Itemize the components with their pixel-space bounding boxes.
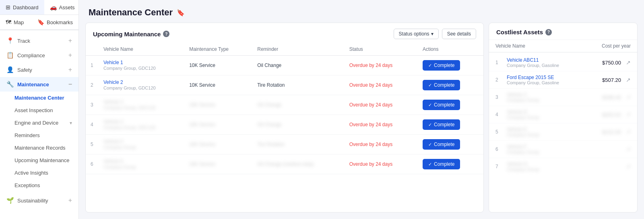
sidebar-item-label: Track <box>17 38 30 44</box>
asset-info: Vehicle G Company Group <box>507 161 588 172</box>
check-icon: ✓ <box>428 63 432 68</box>
maintenance-type-cell: 10K Service <box>184 154 252 174</box>
asset-name[interactable]: Vehicle F <box>507 144 588 150</box>
asset-cost: $507.20 <box>593 77 621 83</box>
asset-arrow-icon[interactable]: ↗ <box>626 77 631 83</box>
asset-cost: $308.40 <box>593 94 621 100</box>
dashboard-label: Dashboard <box>13 4 39 10</box>
bookmarks-button[interactable]: 🔖 Bookmarks <box>32 15 78 30</box>
complete-button[interactable]: ✓ Complete <box>423 159 460 169</box>
list-item: 5 Vehicle E Company Group $132.00 ↗ <box>489 123 637 141</box>
vehicle-link[interactable]: Vehicle 5 <box>103 139 180 144</box>
check-icon: ✓ <box>428 83 432 88</box>
list-item: 2 Ford Escape 2015 SE Company Group, Gas… <box>489 71 637 89</box>
status-options-button[interactable]: Status options ▾ <box>394 29 439 39</box>
safety-icon: 👤 <box>6 66 14 73</box>
vehicle-sub: Company Group <box>103 145 136 150</box>
asset-arrow-icon[interactable]: ↗ <box>626 59 631 66</box>
sidebar-item-label: Safety <box>17 67 32 73</box>
asset-cost: $750.00 <box>593 60 621 66</box>
row-num: 1 <box>86 56 99 75</box>
asset-sub: Company Group <box>507 98 588 102</box>
table-row: 3 Vehicle 3 Company Group, GDC120 10K Se… <box>86 95 483 115</box>
sidebar-submenu-active-insights[interactable]: Active Insights <box>0 167 78 179</box>
sidebar-menu: 📍 Track + 📋 Compliance + 👤 Safety + 🔧 <box>0 30 78 219</box>
complete-button[interactable]: ✓ Complete <box>423 119 460 130</box>
row-num: 4 <box>86 115 99 135</box>
assets-label: Assets <box>59 4 75 10</box>
asset-num: 7 <box>495 164 502 169</box>
asset-arrow-icon[interactable]: ↗ <box>626 94 631 100</box>
maintenance-type-cell: 10K Service <box>184 56 252 75</box>
asset-sub: Company Group <box>507 115 588 120</box>
sidebar-item-track[interactable]: 📍 Track + <box>0 33 78 48</box>
complete-label: Complete <box>434 161 454 167</box>
sidebar-submenu-exceptions[interactable]: Exceptions <box>0 179 78 192</box>
sidebar-submenu-engine-device[interactable]: Engine and Device ▾ <box>0 117 78 129</box>
maintenance-help-icon[interactable]: ? <box>163 31 169 37</box>
action-cell: ✓ Complete <box>418 154 483 174</box>
asset-name[interactable]: Vehicle D <box>507 109 588 115</box>
sidebar-submenu-upcoming-maintenance[interactable]: Upcoming Maintenance <box>0 154 78 167</box>
asset-info: Vehicle C Company Group <box>507 92 588 102</box>
page-title: Maintenance Center <box>89 7 173 18</box>
sidebar-submenu-reminders[interactable]: Reminders <box>0 129 78 142</box>
complete-button[interactable]: ✓ Complete <box>423 139 460 150</box>
asset-name[interactable]: Vehicle E <box>507 127 588 132</box>
asset-name[interactable]: Vehicle C <box>507 92 588 98</box>
vehicle-sub: Company Group <box>103 165 136 169</box>
sidebar-submenu-maintenance-records[interactable]: Maintenance Records <box>0 142 78 154</box>
assets-panel: Costliest Assets ? Vehicle Name Cost per… <box>489 23 638 213</box>
sidebar-item-compliance[interactable]: 📋 Compliance + <box>0 48 78 63</box>
asset-name[interactable]: Ford Escape 2015 SE <box>507 75 588 80</box>
asset-arrow-icon[interactable]: ↗ <box>626 129 631 135</box>
assets-help-icon[interactable]: ? <box>545 29 552 35</box>
sidebar-submenu-asset-inspection[interactable]: Asset Inspection <box>0 104 78 117</box>
vehicle-link[interactable]: Vehicle 4 <box>103 119 180 125</box>
vehicle-link[interactable]: Vehicle 6 <box>103 159 180 164</box>
asset-name[interactable]: Vehicle G <box>507 161 588 167</box>
asset-arrow-icon[interactable]: ↗ <box>626 146 631 152</box>
complete-button[interactable]: ✓ Complete <box>423 60 460 71</box>
sidebar-top: ⊞ Dashboard 🚗 Assets 🗺 Map 🔖 Bookmarks <box>0 0 78 30</box>
track-expand-icon: + <box>68 37 72 44</box>
sidebar-submenu-maintenance-center[interactable]: Maintenance Center <box>0 92 78 104</box>
asset-num: 1 <box>495 60 502 65</box>
page-bookmark-icon[interactable]: 🔖 <box>177 9 185 17</box>
dashboard-icon: ⊞ <box>6 4 10 10</box>
sidebar-item-safety[interactable]: 👤 Safety + <box>0 63 78 77</box>
sidebar-top-row-2: 🗺 Map 🔖 Bookmarks <box>0 15 78 30</box>
list-item: 1 Vehicle ABC11 Company Group, Gasoline … <box>489 54 637 71</box>
main-content: Maintenance Center 🔖 Upcoming Maintenanc… <box>79 0 644 219</box>
asset-cost: $132.00 <box>593 129 621 135</box>
vehicle-sub: Company Group, GDC120 <box>103 125 156 130</box>
asset-num: 5 <box>495 129 502 135</box>
sidebar-item-sustainability[interactable]: 🌱 Sustainability + <box>0 193 78 208</box>
see-details-button[interactable]: See details <box>442 29 476 39</box>
maintenance-icon: 🔧 <box>6 81 14 88</box>
asset-info: Vehicle D Company Group <box>507 109 588 120</box>
asset-sub: Company Group <box>507 132 588 137</box>
row-num: 2 <box>86 75 99 95</box>
asset-num: 2 <box>495 77 502 83</box>
maintenance-expand-icon: − <box>68 81 72 88</box>
vehicle-cell: Vehicle 2 Company Group, GDC120 <box>99 75 184 95</box>
asset-arrow-icon[interactable]: ↗ <box>626 111 631 118</box>
vehicle-link[interactable]: Vehicle 2 <box>103 79 180 85</box>
vehicle-cell: Vehicle 5 Company Group <box>99 135 184 154</box>
complete-button[interactable]: ✓ Complete <box>423 80 460 90</box>
assets-button[interactable]: 🚗 Assets <box>44 0 80 15</box>
maintenance-panel: Upcoming Maintenance ? Status options ▾ … <box>85 23 484 213</box>
asset-name[interactable]: Vehicle ABC11 <box>507 57 588 63</box>
col-status: Status <box>345 43 418 56</box>
status-cell: Overdue by 24 days <box>345 95 418 115</box>
asset-arrow-icon[interactable]: ↗ <box>626 163 631 170</box>
vehicle-link[interactable]: Vehicle 3 <box>103 99 180 105</box>
map-button[interactable]: 🗺 Map <box>0 15 32 30</box>
sidebar-item-maintenance[interactable]: 🔧 Maintenance − <box>0 77 78 92</box>
complete-button[interactable]: ✓ Complete <box>423 100 460 110</box>
sidebar-item-label: Sustainability <box>17 198 48 204</box>
dashboard-button[interactable]: ⊞ Dashboard <box>0 0 44 15</box>
vehicle-link[interactable]: Vehicle 1 <box>103 60 180 65</box>
col-vehicle-name: Vehicle Name <box>99 43 184 56</box>
